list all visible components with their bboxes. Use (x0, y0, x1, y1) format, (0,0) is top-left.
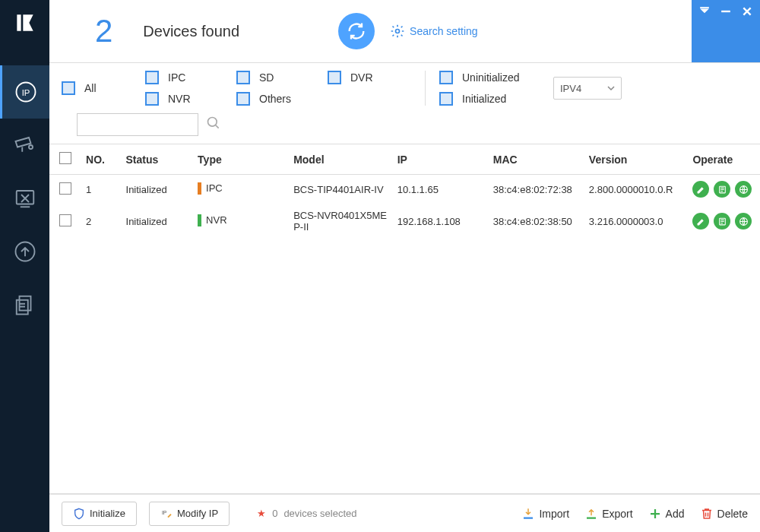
export-icon (584, 507, 598, 521)
selected-count: 0 (272, 508, 277, 519)
table-header: NO. Status Type Model IP MAC Version Ope… (49, 144, 760, 175)
main: 2 Devices found Search setting All (49, 0, 760, 532)
import-icon (521, 507, 535, 521)
filter-nvr-checkbox[interactable] (145, 92, 159, 106)
filter-ipc-checkbox[interactable] (145, 71, 159, 84)
gear-icon (390, 24, 405, 39)
device-count: 2 (95, 13, 112, 49)
app-logo (13, 11, 37, 35)
col-operate: Operate (688, 144, 760, 175)
modify-ip-button[interactable]: IP Modify IP (149, 502, 230, 526)
svg-text:IP: IP (22, 88, 30, 97)
search-input[interactable] (82, 114, 193, 135)
web-button[interactable] (735, 213, 752, 230)
col-ip[interactable]: IP (393, 144, 489, 175)
col-no[interactable]: NO. (81, 144, 122, 175)
cell-ip: 10.1.1.65 (393, 175, 489, 204)
filter-sd-label: SD (259, 71, 274, 84)
import-label: Import (539, 508, 569, 520)
cell-status: Initialized (122, 175, 194, 204)
initialize-button[interactable]: Initialize (62, 502, 137, 526)
delete-button[interactable]: Delete (700, 507, 748, 521)
trash-icon (700, 507, 714, 521)
ip-edit-icon: IP (160, 508, 173, 520)
filter-sd-checkbox[interactable] (236, 71, 250, 84)
filter-init-label: Initialized (462, 93, 506, 105)
selection-info: ★ 0 devices selected (257, 508, 356, 519)
cell-no: 1 (81, 175, 122, 204)
header: 2 Devices found Search setting (49, 0, 760, 62)
search-icon[interactable] (206, 116, 221, 134)
svg-rect-9 (721, 11, 730, 12)
web-button[interactable] (735, 181, 752, 198)
svg-text:IP: IP (162, 510, 167, 515)
search-box (77, 113, 198, 136)
sidebar-item-ip[interactable]: IP (0, 65, 49, 119)
details-button[interactable] (714, 181, 730, 198)
footer: Initialize IP Modify IP ★ 0 devices sele… (49, 494, 760, 532)
col-mac[interactable]: MAC (489, 144, 584, 175)
col-model[interactable]: Model (289, 144, 393, 175)
table-row[interactable]: 1InitializedIPCBCS-TIP4401AIR-IV10.1.1.6… (49, 175, 760, 204)
details-button[interactable] (714, 213, 730, 230)
menu-button[interactable] (699, 6, 710, 17)
row-checkbox[interactable] (59, 214, 71, 226)
add-button[interactable]: Add (648, 507, 685, 521)
select-all-checkbox[interactable] (59, 152, 71, 164)
table-row[interactable]: 2InitializedNVRBCS-NVR0401X5MEP-II192.16… (49, 204, 760, 239)
export-button[interactable]: Export (584, 507, 632, 521)
row-checkbox[interactable] (59, 182, 71, 195)
selected-suffix: devices selected (283, 508, 356, 519)
ip-version-value: IPV4 (560, 83, 581, 94)
delete-label: Delete (717, 508, 748, 520)
edit-button[interactable] (692, 181, 709, 198)
export-label: Export (602, 508, 632, 520)
cell-type: IPC (193, 175, 289, 204)
minimize-button[interactable] (720, 6, 731, 17)
close-button[interactable] (742, 6, 752, 17)
plus-icon (648, 507, 662, 521)
filter-all-checkbox[interactable] (62, 81, 75, 95)
col-type[interactable]: Type (193, 144, 289, 175)
cell-version: 2.800.0000010.0.R (584, 175, 689, 204)
search-setting-label: Search setting (410, 25, 478, 37)
cell-ip: 192.168.1.108 (393, 204, 489, 239)
ip-version-select[interactable]: IPV4 (553, 77, 622, 100)
filter-others-checkbox[interactable] (236, 92, 250, 106)
cell-mac: 38:c4:e8:02:38:50 (489, 204, 584, 239)
chevron-down-icon (607, 84, 615, 92)
sidebar-item-files[interactable] (0, 278, 49, 331)
titlebar (692, 0, 760, 62)
search-setting-link[interactable]: Search setting (390, 24, 478, 39)
cell-type: NVR (193, 204, 289, 239)
filter-all-label: All (84, 82, 97, 94)
page-title: Devices found (143, 23, 239, 40)
filter-uninit-checkbox[interactable] (439, 71, 453, 84)
filter-dvr-checkbox[interactable] (328, 71, 341, 84)
edit-button[interactable] (692, 213, 709, 230)
star-icon: ★ (257, 508, 266, 519)
cell-model: BCS-NVR0401X5MEP-II (289, 204, 393, 239)
sidebar-item-camera[interactable] (0, 119, 49, 172)
sidebar-item-upgrade[interactable] (0, 225, 49, 278)
divider (425, 71, 426, 106)
col-version[interactable]: Version (584, 144, 689, 175)
device-table: NO. Status Type Model IP MAC Version Ope… (49, 144, 760, 494)
refresh-icon (346, 21, 367, 42)
import-button[interactable]: Import (521, 507, 569, 521)
filter-dvr-label: DVR (350, 71, 373, 84)
sidebar-item-tools[interactable] (0, 172, 49, 225)
sidebar: IP (0, 0, 49, 532)
col-status[interactable]: Status (122, 144, 194, 175)
cell-no: 2 (81, 204, 122, 239)
modify-ip-label: Modify IP (177, 508, 218, 519)
cell-status: Initialized (122, 204, 194, 239)
filter-nvr-label: NVR (168, 93, 191, 105)
refresh-button[interactable] (338, 13, 375, 49)
filter-ipc-label: IPC (168, 71, 185, 84)
cell-version: 3.216.0000003.0 (584, 204, 689, 239)
svg-point-10 (208, 118, 217, 127)
filter-init-checkbox[interactable] (439, 92, 453, 106)
add-label: Add (666, 508, 685, 520)
svg-point-7 (396, 30, 400, 33)
